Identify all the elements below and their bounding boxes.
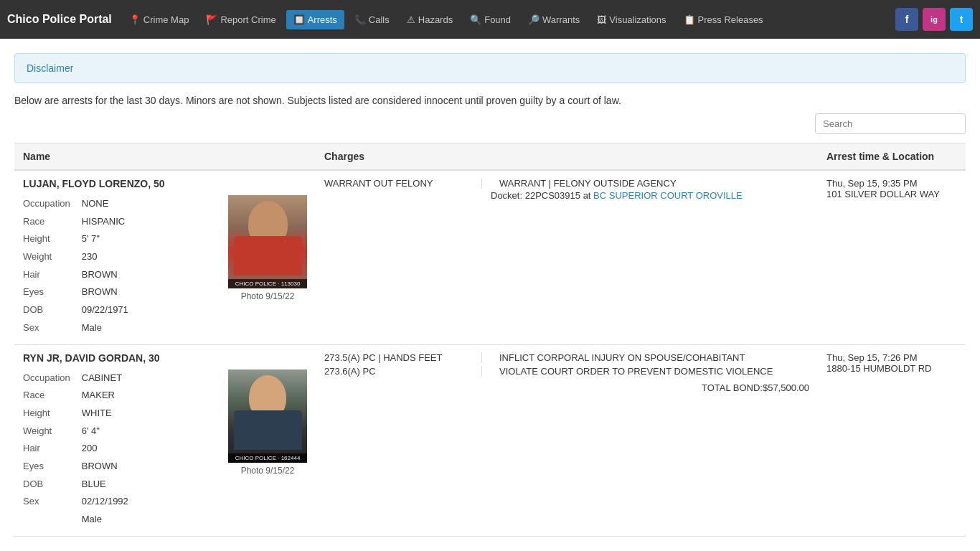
court-link[interactable]: BC SUPERIOR COURT OROVILLE: [593, 190, 743, 201]
nav-arrests[interactable]: 🔲 Arrests: [286, 10, 344, 29]
main-content: Disclaimer Below are arrests for the las…: [0, 39, 980, 551]
name-cell: LUJAN, FLOYD LORENZO, 50 Occupation Race…: [14, 170, 316, 344]
disclaimer-box: Disclaimer: [14, 53, 966, 83]
charge-entry: 273.5(A) PC | HANDS FEET INFLICT CORPORA…: [324, 352, 809, 363]
arrest-date: Thu, Sep 15, 9:35 PM: [826, 178, 957, 189]
col-arrest-time: Arrest time & Location: [818, 143, 966, 171]
arrests-table: Name Charges Arrest time & Location LUJA…: [14, 143, 966, 537]
charge-code: 273.6(A) PC: [324, 366, 482, 377]
photo-caption: Photo 9/15/22: [241, 291, 295, 301]
table-row: RYN JR, DAVID GORDAN, 30 Occupation Race…: [14, 344, 966, 536]
person-labels: Occupation Race Height Weight Hair Eyes …: [23, 369, 70, 529]
instagram-icon[interactable]: ig: [923, 8, 946, 31]
table-header-row: Name Charges Arrest time & Location: [14, 143, 966, 171]
table-row: LUJAN, FLOYD LORENZO, 50 Occupation Race…: [14, 170, 966, 344]
twitter-icon[interactable]: t: [950, 8, 973, 31]
arrest-location: 101 SILVER DOLLAR WAY: [826, 189, 957, 199]
charge-entry: WARRANT OUT FELONY WARRANT | FELONY OUTS…: [324, 178, 809, 201]
facebook-icon[interactable]: f: [895, 8, 918, 31]
photo-wrapper: CHICO POLICE · 162444 Photo 9/15/22: [228, 369, 307, 476]
calls-icon: 📞: [354, 14, 366, 25]
brand: Chico Police Portal: [7, 13, 112, 26]
nav-found[interactable]: 🔍 Found: [463, 10, 518, 29]
charges-cell: 273.5(A) PC | HANDS FEET INFLICT CORPORA…: [316, 344, 818, 536]
charge-desc: WARRANT | FELONY OUTSIDE AGENCY: [491, 178, 743, 189]
arrest-date: Thu, Sep 15, 7:26 PM: [826, 352, 957, 363]
nav-report-crime[interactable]: 🚩 Report Crime: [199, 10, 283, 29]
charge-code: WARRANT OUT FELONY: [324, 178, 482, 189]
nav-press-releases[interactable]: 📋 Press Releases: [677, 10, 771, 29]
social-links: f ig t: [895, 8, 973, 31]
nav-crime-map[interactable]: 📍 Crime Map: [122, 10, 197, 29]
charge-code: 273.5(A) PC | HANDS FEET: [324, 352, 482, 363]
arrest-time-cell: Thu, Sep 15, 7:26 PM 1880-15 HUMBOLDT RD: [818, 344, 966, 536]
flag-icon: 🚩: [206, 14, 217, 25]
search-input[interactable]: [815, 113, 966, 134]
warrants-icon: 🔎: [528, 14, 540, 25]
nav-warrants[interactable]: 🔎 Warrants: [521, 10, 587, 29]
press-icon: 📋: [684, 14, 695, 25]
viz-icon: 🖼: [597, 14, 606, 25]
charge-entry: 273.6(A) PC VIOLATE COURT ORDER TO PREVE…: [324, 366, 809, 377]
arrest-location: 1880-15 HUMBOLDT RD: [826, 363, 957, 374]
photo-wrapper: CHICO POLICE · 113030 Photo 9/15/22: [228, 195, 307, 301]
hazards-icon: ⚠: [407, 14, 415, 25]
pin-icon: 📍: [129, 14, 141, 25]
col-name: Name: [14, 143, 316, 171]
found-icon: 🔍: [470, 14, 481, 25]
charges-cell: WARRANT OUT FELONY WARRANT | FELONY OUTS…: [316, 170, 818, 344]
person-values: NONE HISPANIC 5' 7" 230 BROWN BROWN 09/2…: [82, 195, 128, 337]
total-bond: TOTAL BOND:$57,500.00: [324, 382, 809, 393]
nav-hazards[interactable]: ⚠ Hazards: [400, 10, 460, 29]
arrests-icon: 🔲: [293, 14, 305, 25]
name-cell: RYN JR, DAVID GORDAN, 30 Occupation Race…: [14, 344, 316, 536]
person-values: CABINETMAKER WHITE 6' 4" 200 BROWN BLUE …: [82, 369, 128, 529]
navbar: Chico Police Portal 📍 Crime Map 🚩 Report…: [0, 0, 980, 39]
nav-visualizations[interactable]: 🖼 Visualizations: [590, 10, 673, 29]
person-name: RYN JR, DAVID GORDAN, 30: [23, 352, 307, 364]
nav-calls[interactable]: 📞 Calls: [347, 10, 397, 29]
photo-caption: Photo 9/15/22: [241, 466, 295, 476]
search-row: [14, 113, 966, 134]
charge-desc: VIOLATE COURT ORDER TO PREVENT DOMESTIC …: [491, 366, 773, 377]
arrest-time-cell: Thu, Sep 15, 9:35 PM 101 SILVER DOLLAR W…: [818, 170, 966, 344]
person-labels: Occupation Race Height Weight Hair Eyes …: [23, 195, 70, 337]
disclaimer-text: Below are arrests for the last 30 days. …: [14, 95, 966, 106]
disclaimer-title: Disclaimer: [27, 62, 953, 74]
charge-desc: INFLICT CORPORAL INJURY ON SPOUSE/COHABI…: [491, 352, 745, 363]
col-charges: Charges: [316, 143, 818, 171]
person-name: LUJAN, FLOYD LORENZO, 50: [23, 178, 307, 189]
